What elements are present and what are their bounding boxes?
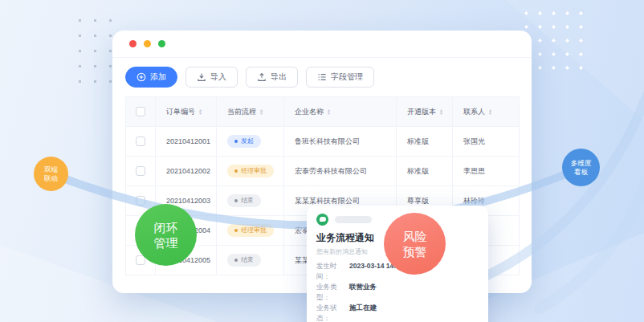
feature-bubble-risk-alert: 风险 预警 bbox=[384, 213, 446, 275]
notification-fields: 发生时间：2023-03-14 14:2业务类型：联营业务业务状态：施工在建备注… bbox=[316, 261, 479, 322]
bubble-text: 闭环 bbox=[154, 220, 178, 235]
table-header-row: 订单编号▲▼当前流程▲▼企业名称▲▼开通版本▲▼联系人▲▼ bbox=[126, 97, 520, 127]
cell-company: 宏泰劳务科技有限公司 bbox=[284, 157, 397, 186]
toolbar: 添加 导入 导出 字段管理 bbox=[112, 58, 532, 94]
window-minimize-button[interactable] bbox=[144, 40, 151, 47]
column-header-0[interactable]: 订单编号▲▼ bbox=[156, 97, 217, 127]
window-titlebar bbox=[112, 31, 532, 58]
cell-contact: 张国光 bbox=[453, 127, 520, 157]
cell-current-flow: 经理审批 bbox=[217, 157, 284, 186]
import-button-label: 导入 bbox=[210, 71, 226, 83]
window-close-button[interactable] bbox=[129, 40, 137, 47]
status-label: 结束 bbox=[241, 198, 254, 204]
row-checkbox[interactable] bbox=[136, 196, 145, 206]
row-checkbox[interactable] bbox=[136, 166, 145, 176]
column-header-1[interactable]: 当前流程▲▼ bbox=[217, 97, 284, 127]
export-button-label: 导出 bbox=[271, 71, 287, 83]
field-label: 业务状态： bbox=[316, 303, 349, 322]
status-badge: 经理审批 bbox=[227, 165, 274, 177]
bubble-text: 风险 bbox=[403, 229, 427, 244]
status-dot-icon bbox=[234, 229, 238, 232]
column-header-label: 企业名称 bbox=[295, 107, 324, 117]
status-dot-icon bbox=[234, 259, 238, 262]
add-button-label: 添加 bbox=[150, 71, 166, 83]
column-header-label: 当前流程 bbox=[227, 107, 256, 117]
feature-bubble-closed-loop: 闭环 管理 bbox=[135, 204, 197, 266]
bubble-text: 多维度 bbox=[571, 159, 592, 168]
cell-current-flow: 经理审批 bbox=[217, 216, 284, 246]
export-button[interactable]: 导出 bbox=[246, 67, 298, 88]
plus-circle-icon bbox=[137, 72, 146, 82]
sort-icon[interactable]: ▲▼ bbox=[327, 108, 331, 116]
status-badge: 结束 bbox=[227, 194, 261, 207]
add-button[interactable]: 添加 bbox=[125, 67, 177, 88]
status-dot-icon bbox=[234, 169, 238, 173]
import-button[interactable]: 导入 bbox=[185, 67, 238, 88]
field-label: 业务类型： bbox=[316, 282, 349, 303]
column-header-2[interactable]: 企业名称▲▼ bbox=[284, 97, 397, 127]
cell-order-no: 20210412002 bbox=[156, 157, 217, 186]
status-label: 经理审批 bbox=[241, 168, 267, 174]
status-badge: 经理审批 bbox=[227, 224, 274, 237]
field-value: 联营业务 bbox=[349, 282, 377, 303]
cell-company: 鲁班长科技有限公司 bbox=[284, 127, 397, 157]
bubble-text: 双端 bbox=[44, 165, 58, 174]
cell-current-flow: 结束 bbox=[217, 246, 284, 275]
sort-icon[interactable]: ▲▼ bbox=[259, 108, 263, 116]
column-header-4[interactable]: 联系人▲▼ bbox=[453, 97, 520, 127]
cell-version: 标准版 bbox=[397, 157, 453, 186]
status-dot-icon bbox=[234, 199, 238, 202]
status-badge: 发起 bbox=[227, 135, 261, 148]
column-header-label: 开通版本 bbox=[407, 107, 436, 117]
status-label: 发起 bbox=[241, 138, 254, 145]
cell-version: 标准版 bbox=[397, 127, 453, 157]
cell-current-flow: 发起 bbox=[217, 127, 284, 157]
sort-icon[interactable]: ▲▼ bbox=[488, 108, 492, 116]
status-label: 经理审批 bbox=[241, 227, 267, 234]
table-row: 20210412002经理审批宏泰劳务科技有限公司标准版李思思 bbox=[126, 157, 520, 186]
cell-contact: 李思思 bbox=[453, 157, 520, 186]
status-label: 结束 bbox=[241, 257, 254, 263]
column-header-label: 联系人 bbox=[463, 107, 485, 117]
field-manage-button-label: 字段管理 bbox=[331, 71, 363, 83]
window-maximize-button[interactable] bbox=[158, 40, 165, 47]
bubble-text: 看板 bbox=[574, 168, 588, 177]
column-header-label: 订单编号 bbox=[166, 107, 195, 117]
sort-icon[interactable]: ▲▼ bbox=[439, 108, 443, 116]
upload-icon bbox=[257, 72, 267, 82]
feature-bubble-dashboard: 多维度 看板 bbox=[562, 149, 600, 186]
table-row: 20210412001发起鲁班长科技有限公司标准版张国光 bbox=[126, 127, 520, 157]
sort-icon[interactable]: ▲▼ bbox=[198, 108, 202, 116]
select-all-checkbox[interactable] bbox=[136, 107, 145, 116]
cell-current-flow: 结束 bbox=[217, 186, 284, 216]
field-value: 施工在建 bbox=[349, 303, 377, 322]
row-checkbox[interactable] bbox=[136, 137, 145, 146]
download-icon bbox=[197, 72, 206, 82]
status-dot-icon bbox=[234, 140, 238, 143]
wechat-icon bbox=[316, 214, 328, 226]
bubble-text: 联动 bbox=[44, 174, 58, 183]
notification-field: 业务状态：施工在建 bbox=[316, 303, 479, 322]
status-badge: 结束 bbox=[227, 254, 261, 267]
feature-bubble-dual-link: 双端 联动 bbox=[34, 157, 68, 191]
column-header-3[interactable]: 开通版本▲▼ bbox=[397, 97, 453, 127]
list-icon bbox=[317, 72, 327, 82]
bubble-text: 管理 bbox=[154, 235, 178, 251]
notification-field: 业务类型：联营业务 bbox=[316, 282, 479, 303]
redacted-sender-pill bbox=[335, 216, 372, 223]
page-background: 添加 导入 导出 字段管理 bbox=[0, 0, 644, 322]
bubble-text: 预警 bbox=[403, 244, 427, 259]
cell-order-no: 20210412001 bbox=[156, 127, 217, 157]
field-label: 发生时间： bbox=[316, 261, 349, 282]
field-manage-button[interactable]: 字段管理 bbox=[306, 67, 374, 88]
